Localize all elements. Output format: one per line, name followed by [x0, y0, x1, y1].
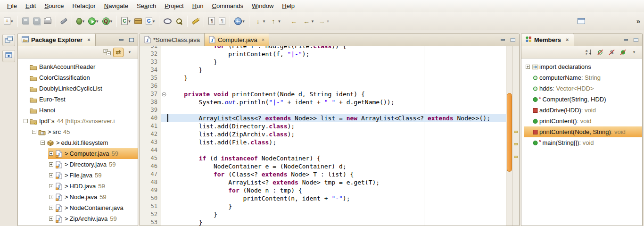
- dropdown-arrow-icon[interactable]: ▾: [242, 19, 245, 24]
- menu-search[interactable]: Search: [132, 1, 160, 11]
- tree-item-ziparchiv-java[interactable]: J>ZipArchiv.java59: [18, 213, 138, 224]
- show-formatting-button[interactable]: ¶: [217, 16, 227, 26]
- member-item-printcontent-node-string[interactable]: printContent(Node, String) : void: [521, 126, 642, 137]
- code-line-40[interactable]: 40 ArrayList<Class<? extends Node>> list…: [140, 114, 506, 122]
- code-line-52[interactable]: 52 }: [140, 210, 506, 218]
- code-line-49[interactable]: 49 for (Node n : tmp) {: [140, 186, 506, 194]
- menu-source[interactable]: Source: [40, 1, 68, 11]
- menu-help[interactable]: Help: [278, 1, 299, 11]
- occurrence-marker[interactable]: [514, 156, 518, 158]
- code-line-43[interactable]: 43 list.add(File.class);: [140, 138, 506, 146]
- save-button[interactable]: [21, 16, 31, 26]
- menu-edit[interactable]: Edit: [21, 1, 40, 11]
- code-line-39[interactable]: 39: [140, 106, 506, 114]
- editor-vertical-scrollbar[interactable]: [506, 46, 513, 226]
- hide-static-button[interactable]: S: [606, 48, 617, 57]
- tree-item-node-java[interactable]: J>Node.java59: [18, 192, 138, 202]
- code-line-50[interactable]: 50 printContent(n, ident + "-");: [140, 194, 506, 202]
- occurrence-marker[interactable]: [514, 131, 518, 133]
- collapse-icon[interactable]: [31, 130, 37, 134]
- dropdown-arrow-icon[interactable]: ▾: [153, 19, 155, 24]
- dropdown-arrow-icon[interactable]: ▾: [110, 19, 113, 24]
- forward-button[interactable]: →▾: [316, 15, 330, 27]
- dropdown-arrow-icon[interactable]: ▾: [83, 19, 85, 24]
- collapse-all-button[interactable]: [102, 48, 112, 57]
- tree-item-computer-java[interactable]: J>Computer.java59: [18, 148, 138, 159]
- run-button[interactable]: ▾: [87, 16, 100, 26]
- member-item-printcontent[interactable]: printContent() : void: [521, 116, 642, 126]
- link-with-editor-button[interactable]: ⇄: [113, 48, 124, 57]
- menu-navigate[interactable]: Navigate: [100, 1, 132, 11]
- expand-icon[interactable]: [48, 184, 54, 188]
- menu-run[interactable]: Run: [188, 1, 208, 11]
- occurrence-marker[interactable]: [514, 143, 518, 145]
- tree-item-colorclassification[interactable]: ColorClassification: [18, 72, 138, 83]
- new-java-package-button[interactable]: [133, 17, 143, 25]
- tree-item-edu-kit-filesystem[interactable]: >edu.kit.filesystem: [18, 137, 138, 148]
- package-explorer-tab[interactable]: Package Explorer ×: [18, 33, 96, 46]
- close-view-icon[interactable]: ×: [565, 37, 570, 42]
- member-item-main-string[interactable]: smain(String[]) : void: [521, 137, 642, 148]
- save-all-button[interactable]: [32, 16, 41, 26]
- dropdown-arrow-icon[interactable]: ▾: [128, 19, 131, 24]
- menu-project[interactable]: Project: [160, 1, 188, 11]
- tree-item-nodecontainer-java[interactable]: J>NodeContainer.java: [18, 202, 138, 213]
- tree-item-doublylinkedcycliclist[interactable]: DoublyLinkedCyclicList: [18, 83, 138, 94]
- sort-button[interactable]: az: [584, 48, 594, 57]
- expand-icon[interactable]: [48, 173, 54, 177]
- tree-item-src[interactable]: >src45: [18, 126, 138, 137]
- dropdown-arrow-icon[interactable]: ▾: [327, 19, 329, 24]
- collapse-icon[interactable]: [23, 119, 29, 123]
- back-button[interactable]: ←▾: [301, 15, 315, 27]
- code-line-34[interactable]: 34 }: [140, 66, 506, 74]
- pin-editor-button[interactable]: [576, 17, 586, 25]
- code-line-32[interactable]: 32 printContent(f, "|-");: [140, 50, 506, 58]
- code-line-37[interactable]: 37 private void printContent(Node d, Str…: [140, 90, 506, 98]
- last-edit-location-button[interactable]: ←: [288, 15, 300, 27]
- tree-item-file-java[interactable]: J>File.java59: [18, 170, 138, 181]
- open-type-button[interactable]: [162, 17, 173, 25]
- hide-nonpublic-button[interactable]: [618, 48, 628, 57]
- code-editor[interactable]: 31 for (File f : hdd.get(File.class)) {3…: [140, 46, 519, 226]
- new-gui-class-button[interactable]: G▾: [144, 16, 157, 26]
- dropdown-arrow-icon[interactable]: ▾: [312, 19, 314, 24]
- search-button[interactable]: [174, 16, 184, 26]
- dropdown-arrow-icon[interactable]: ▾: [263, 19, 265, 24]
- coverage-button[interactable]: Q▾: [101, 16, 114, 26]
- next-annotation-button[interactable]: ↓▾: [252, 15, 267, 27]
- expand-icon[interactable]: [48, 151, 54, 156]
- fold-collapse-icon[interactable]: [161, 90, 167, 98]
- view-menu-button[interactable]: ▼: [629, 48, 639, 57]
- minimized-view-button[interactable]: [2, 50, 15, 62]
- maximize-view-button[interactable]: [127, 36, 135, 43]
- code-line-33[interactable]: 33 }: [140, 58, 506, 66]
- menu-window[interactable]: Window: [248, 1, 278, 11]
- maximize-editor-button[interactable]: [509, 36, 517, 43]
- overview-ruler[interactable]: [513, 46, 519, 226]
- tree-item-ipdfs[interactable]: IpdFs44 [https://svnserver.i: [18, 116, 138, 126]
- open-web-browser-button[interactable]: ▾: [233, 16, 246, 26]
- members-tab[interactable]: Members ×: [521, 33, 574, 46]
- minimize-editor-button[interactable]: [499, 36, 507, 43]
- close-tab-icon[interactable]: ×: [262, 37, 264, 42]
- maximize-view-button[interactable]: [632, 36, 640, 43]
- minimize-view-button[interactable]: [117, 36, 125, 43]
- debug-button[interactable]: ▾: [75, 17, 86, 26]
- dropdown-arrow-icon[interactable]: ▾: [96, 19, 99, 24]
- tree-item-hdd-java[interactable]: J>HDD.java59: [18, 181, 138, 192]
- dropdown-arrow-icon[interactable]: ▾: [278, 19, 281, 24]
- previous-annotation-button[interactable]: ↑▾: [267, 15, 282, 27]
- close-view-icon[interactable]: ×: [86, 37, 91, 42]
- member-item-import-declarations[interactable]: import declarations: [521, 61, 642, 72]
- show-whitespace-button[interactable]: ¶: [207, 16, 216, 26]
- minimize-view-button[interactable]: [622, 36, 630, 43]
- expand-icon[interactable]: [48, 206, 54, 210]
- dropdown-arrow-icon[interactable]: ▾: [11, 19, 13, 24]
- new-java-class-button[interactable]: C▾: [120, 16, 132, 26]
- member-item-computer-string-hdd[interactable]: cComputer(String, HDD): [521, 94, 642, 105]
- tree-item-bankaccountreader[interactable]: BankAccountReader: [18, 61, 138, 72]
- menu-file[interactable]: File: [3, 1, 21, 11]
- member-item-adddrive-hdd[interactable]: addDrive(HDD) : void: [521, 105, 642, 116]
- code-line-42[interactable]: 42 list.add(ZipArchiv.class);: [140, 130, 506, 138]
- code-line-35[interactable]: 35 }: [140, 74, 506, 82]
